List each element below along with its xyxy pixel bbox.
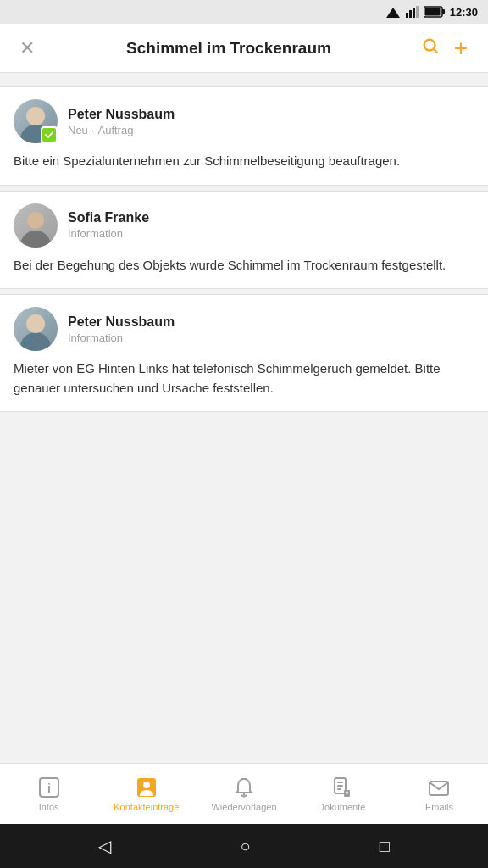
card-3-meta: Information <box>68 331 175 344</box>
page-title: Schimmel im Trockenraum <box>42 39 415 58</box>
card-3-name: Peter Nussbaum <box>68 314 175 330</box>
card-1-info: Peter Nussbaum Neu · Auftrag <box>68 107 175 136</box>
avatar-circle <box>14 307 58 351</box>
recent-button[interactable]: □ <box>380 837 390 856</box>
badge-icon <box>41 126 58 143</box>
card-1-dot: · <box>92 124 95 136</box>
nav-item-wiedervorlagen[interactable]: Wiedervorlagen <box>195 771 292 817</box>
card-1-name: Peter Nussbaum <box>68 107 175 122</box>
avatar-peter-1 <box>14 99 58 143</box>
card-2[interactable]: Sofia Franke Information Bei der Begehun… <box>0 191 488 290</box>
card-1-body: Bitte ein Spezialunternehmen zur Schimme… <box>14 152 474 171</box>
main-content: Peter Nussbaum Neu · Auftrag Bitte ein S… <box>0 73 488 763</box>
nav-label-kontakteintrage: Kontakteinträge <box>114 802 179 812</box>
nav-item-kontakteintrage[interactable]: Kontakteinträge <box>97 771 195 817</box>
avatar-circle <box>14 203 58 248</box>
bottom-nav: i Infos Kontakteinträge Wiedervorlagen <box>0 763 488 824</box>
svg-rect-1 <box>406 13 408 18</box>
card-3-header: Peter Nussbaum Information <box>14 307 474 351</box>
avatar-peter-2 <box>14 307 58 351</box>
search-button[interactable] <box>415 36 446 60</box>
card-3-body: Mieter von EG Hinten Links hat telefonis… <box>14 359 474 398</box>
svg-rect-7 <box>424 8 440 16</box>
svg-line-9 <box>434 49 437 53</box>
info-icon: i <box>38 776 60 798</box>
close-button[interactable]: ✕ <box>12 37 42 59</box>
add-button[interactable]: + <box>446 35 476 62</box>
svg-rect-2 <box>409 10 412 18</box>
svg-rect-6 <box>442 9 445 14</box>
battery-icon <box>424 6 446 18</box>
card-2-body: Bei der Begehung des Objekts wurde Schim… <box>14 256 474 275</box>
signal-icon <box>385 6 402 18</box>
card-3[interactable]: Peter Nussbaum Information Mieter von EG… <box>0 294 488 412</box>
card-1-header: Peter Nussbaum Neu · Auftrag <box>14 99 474 143</box>
status-bar: 12:30 <box>0 0 488 24</box>
card-2-info: Sofia Franke Information <box>68 210 149 240</box>
toolbar: ✕ Schimmel im Trockenraum + <box>0 24 488 73</box>
svg-rect-19 <box>337 788 341 790</box>
nav-item-infos[interactable]: i Infos <box>0 771 97 817</box>
nav-label-dokumente: Dokumente <box>318 802 365 812</box>
search-icon <box>421 36 440 55</box>
card-1[interactable]: Peter Nussbaum Neu · Auftrag Bitte ein S… <box>0 86 488 186</box>
svg-text:i: i <box>47 782 51 795</box>
card-2-name: Sofia Franke <box>68 210 149 225</box>
card-1-type: Auftrag <box>97 124 133 136</box>
back-button[interactable]: ◁ <box>98 836 111 856</box>
document-icon <box>330 776 352 798</box>
bell-icon <box>233 776 255 798</box>
nav-label-wiedervorlagen: Wiedervorlagen <box>211 802 276 812</box>
svg-rect-4 <box>416 6 419 18</box>
svg-rect-3 <box>413 8 415 18</box>
card-2-header: Sofia Franke Information <box>14 203 474 248</box>
svg-rect-17 <box>337 782 343 783</box>
card-3-info: Peter Nussbaum Information <box>68 314 175 344</box>
status-icons: 12:30 <box>385 6 478 19</box>
email-icon <box>428 776 450 798</box>
card-2-meta: Information <box>68 227 149 240</box>
svg-marker-0 <box>386 8 400 18</box>
cell-icon <box>406 6 419 18</box>
svg-point-13 <box>143 782 150 788</box>
status-time: 12:30 <box>450 6 478 19</box>
svg-rect-18 <box>337 785 343 787</box>
card-3-status: Information <box>68 331 123 344</box>
svg-point-8 <box>424 39 435 50</box>
card-1-status: Neu <box>68 124 88 136</box>
card-1-meta: Neu · Auftrag <box>68 124 175 136</box>
system-nav: ◁ ○ □ <box>0 824 488 868</box>
nav-item-dokumente[interactable]: Dokumente <box>293 771 391 817</box>
nav-item-emails[interactable]: Emails <box>391 771 488 817</box>
nav-label-infos: Infos <box>39 802 59 812</box>
home-button[interactable]: ○ <box>240 837 250 856</box>
contact-icon <box>136 776 158 798</box>
card-2-status: Information <box>68 227 123 240</box>
nav-label-emails: Emails <box>425 802 453 812</box>
avatar-sofia <box>14 203 58 248</box>
